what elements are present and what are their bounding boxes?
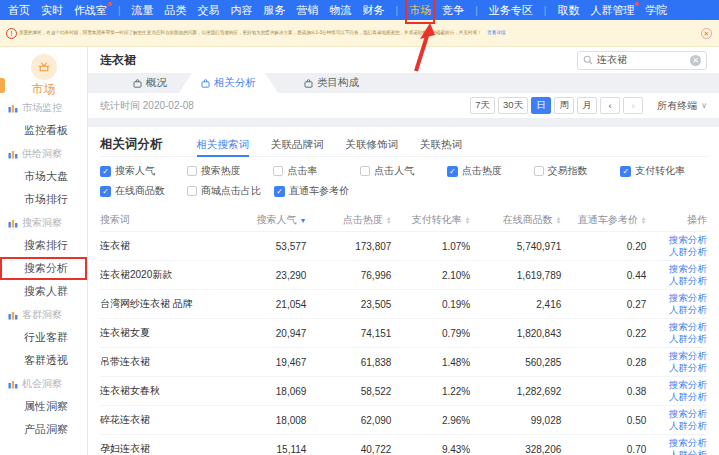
notice-detail-link[interactable]: 查看详情 <box>487 30 505 35</box>
action-link-0[interactable]: 搜索分析 <box>669 380 707 391</box>
sidebar-item-3-0[interactable]: 行业客群 <box>0 326 87 349</box>
value-cell: 0.19% <box>391 299 470 310</box>
filter-checkbox-0-4[interactable]: ✓点击热度 <box>447 165 534 177</box>
sidebar-item-2-1[interactable]: 搜索分析 <box>0 257 87 280</box>
nav-item-4[interactable]: 流量 <box>132 0 154 20</box>
column-label: 搜索词 <box>100 213 130 227</box>
sidebar-section-label: 客群洞察 <box>22 308 62 322</box>
filter-checkbox-0-0[interactable]: ✓搜索人气 <box>100 165 187 177</box>
nav-item-8[interactable]: 服务 <box>264 0 286 20</box>
action-link-0[interactable]: 搜索分析 <box>669 293 707 304</box>
page-tab-0[interactable]: 概况 <box>121 73 179 93</box>
column-label: 直通车参考价 <box>578 213 638 227</box>
filter-checkbox-0-6[interactable]: ✓支付转化率 <box>620 165 707 177</box>
sidebar-section-title-3: 客群洞察 <box>0 303 87 326</box>
value-cell: 18,008 <box>227 415 306 426</box>
filter-label: 在线商品数 <box>115 184 165 198</box>
sidebar-item-0-0[interactable]: 监控看板 <box>0 119 87 142</box>
action-link-0[interactable]: 搜索分析 <box>669 351 707 362</box>
nav-item-10[interactable]: 物流 <box>330 0 352 20</box>
clear-search-icon[interactable]: ✕ <box>690 55 701 66</box>
sidebar-item-2-2[interactable]: 搜索人群 <box>0 280 87 303</box>
nav-item-2[interactable]: 作战室 <box>74 0 107 20</box>
range-button-3[interactable]: 周 <box>554 97 574 114</box>
filter-checkbox-1-0[interactable]: ✓在线商品数 <box>100 185 187 197</box>
column-header-0: 搜索词 <box>100 213 227 227</box>
column-header-5[interactable]: 直通车参考价▲▼ <box>561 213 646 227</box>
action-link-1[interactable]: 人群分析 <box>669 334 707 345</box>
value-cell: 76,996 <box>306 270 391 281</box>
analysis-tab-0[interactable]: 相关搜索词 <box>197 133 250 157</box>
action-link-0[interactable]: 搜索分析 <box>669 322 707 333</box>
nav-item-14[interactable]: 竞争 <box>442 0 464 20</box>
action-link-1[interactable]: 人群分析 <box>669 450 707 455</box>
analysis-tab-3[interactable]: 关联热词 <box>420 133 462 157</box>
nav-item-13[interactable]: 市场 <box>409 0 431 20</box>
range-button-1[interactable]: 30天 <box>498 97 528 114</box>
filter-checkbox-1-2[interactable]: ✓直通车参考价 <box>274 185 361 197</box>
page-tab-label: 类目构成 <box>317 76 359 90</box>
action-link-1[interactable]: 人群分析 <box>669 363 707 374</box>
filter-checkbox-0-3[interactable]: 点击人气 <box>360 165 447 177</box>
value-cell: 1.48% <box>391 357 470 368</box>
range-button-5[interactable]: ‹ <box>600 97 620 114</box>
nav-item-0[interactable]: 首页 <box>8 0 30 20</box>
page-title: 连衣裙 <box>100 52 136 69</box>
column-header-1[interactable]: 搜索人气▼ <box>227 213 306 227</box>
filter-checkbox-0-2[interactable]: 点击率 <box>273 165 360 177</box>
close-icon[interactable]: ✕ <box>701 28 712 39</box>
nav-item-9[interactable]: 营销 <box>297 0 319 20</box>
sidebar-item-1-0[interactable]: 市场大盘 <box>0 165 87 188</box>
nav-item-1[interactable]: 实时 <box>41 0 63 20</box>
nav-item-20[interactable]: 学院 <box>645 0 667 20</box>
sidebar-item-4-0[interactable]: 属性洞察 <box>0 395 87 418</box>
column-header-2[interactable]: 点击热度▲▼ <box>306 213 391 227</box>
column-header-3[interactable]: 支付转化率▲▼ <box>391 213 470 227</box>
range-button-0[interactable]: 7天 <box>470 97 495 114</box>
sidebar-item-2-0[interactable]: 搜索排行 <box>0 234 87 257</box>
checkbox-checked-icon: ✓ <box>620 166 631 177</box>
page-tab-label: 概况 <box>146 76 167 90</box>
action-link-1[interactable]: 人群分析 <box>669 392 707 403</box>
sidebar-handle[interactable] <box>0 78 5 93</box>
action-link-0[interactable]: 搜索分析 <box>669 409 707 420</box>
section-chart-icon <box>8 103 18 113</box>
nav-item-18[interactable]: 取数 <box>557 0 579 20</box>
keyword-search-box[interactable]: ✕ <box>577 51 707 70</box>
sidebar-item-4-1[interactable]: 产品洞察 <box>0 418 87 441</box>
actions-cell: 搜索分析人群分析 <box>646 351 707 374</box>
page-tab-2[interactable]: 类目构成 <box>292 73 371 93</box>
analysis-tabs: 相关搜索词关联品牌词关联修饰词关联热词 <box>197 133 485 157</box>
nav-item-16[interactable]: 业务专区 <box>489 0 533 20</box>
filter-checkbox-1-1[interactable]: 商城点击占比 <box>187 185 274 197</box>
search-input[interactable] <box>597 55 686 66</box>
range-button-4[interactable]: 月 <box>577 97 597 114</box>
action-link-0[interactable]: 搜索分析 <box>669 438 707 449</box>
range-button-2[interactable]: 日 <box>531 97 551 114</box>
filter-checkbox-0-5[interactable]: 交易指数 <box>534 165 621 177</box>
sidebar-item-1-1[interactable]: 市场排行 <box>0 188 87 211</box>
filter-checkbox-0-1[interactable]: 搜索热度 <box>187 165 274 177</box>
nav-item-5[interactable]: 品类 <box>165 0 187 20</box>
nav-divider: | <box>475 5 478 16</box>
analysis-tab-2[interactable]: 关联修饰词 <box>346 133 399 157</box>
action-link-1[interactable]: 人群分析 <box>669 305 707 316</box>
table-body: 连衣裙53,577173,8071.07%5,740,9710.20搜索分析人群… <box>100 231 707 455</box>
nav-item-7[interactable]: 内容 <box>231 0 253 20</box>
filter-row-1: ✓在线商品数商城点击占比✓直通车参考价 <box>100 185 707 197</box>
nav-item-6[interactable]: 交易 <box>198 0 220 20</box>
page-tab-1[interactable]: 相关分析 <box>179 73 278 93</box>
sidebar-item-3-1[interactable]: 客群透视 <box>0 349 87 372</box>
action-link-1[interactable]: 人群分析 <box>669 276 707 287</box>
nav-item-19[interactable]: 人群管理 <box>590 0 634 20</box>
notice-message: 亲爱的掌柜，在这个特殊时期，阿里集团希望第一时间了解您生意动态和当前面临的问题，… <box>19 30 506 36</box>
column-header-4[interactable]: 在线商品数▲▼ <box>470 213 561 227</box>
analysis-tab-1[interactable]: 关联品牌词 <box>271 133 324 157</box>
terminal-dropdown[interactable]: 所有终端 ∨ <box>657 99 707 113</box>
action-link-0[interactable]: 搜索分析 <box>669 264 707 275</box>
nav-item-11[interactable]: 财务 <box>363 0 385 20</box>
range-button-6[interactable]: › <box>623 97 643 114</box>
action-link-1[interactable]: 人群分析 <box>669 421 707 432</box>
action-link-0[interactable]: 搜索分析 <box>669 235 707 246</box>
action-link-1[interactable]: 人群分析 <box>669 247 707 258</box>
